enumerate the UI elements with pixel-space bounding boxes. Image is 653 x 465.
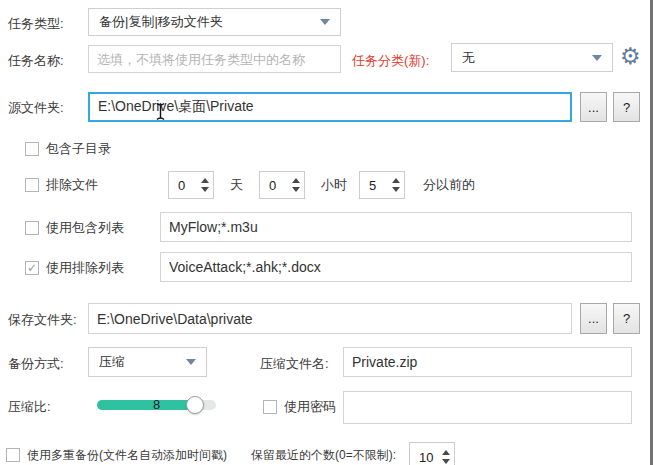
save-browse-button[interactable]: ... bbox=[580, 303, 607, 334]
exclude-list-input[interactable] bbox=[160, 252, 632, 282]
spin-down-icon[interactable] bbox=[201, 187, 209, 192]
save-help-button[interactable]: ? bbox=[613, 303, 640, 334]
minutes-unit-label: 分以前的 bbox=[423, 176, 475, 194]
chevron-down-icon bbox=[320, 19, 330, 25]
keep-count-label: 保留最近的个数(0=不限制): bbox=[251, 447, 396, 464]
password-input[interactable] bbox=[343, 391, 632, 424]
spin-down-icon[interactable] bbox=[292, 187, 300, 192]
task-category-value: 无 bbox=[462, 49, 592, 67]
multi-backup-checkbox[interactable]: ✓ bbox=[6, 448, 20, 462]
minutes-value[interactable]: 5 bbox=[360, 172, 388, 198]
source-browse-button[interactable]: ... bbox=[580, 92, 607, 122]
text-cursor-ibeam bbox=[155, 102, 166, 121]
task-type-label: 任务类型: bbox=[8, 15, 64, 33]
spin-up-icon[interactable] bbox=[201, 178, 209, 183]
compression-label: 压缩比: bbox=[8, 398, 51, 416]
include-list-checkbox[interactable]: ✓ bbox=[25, 221, 39, 235]
backup-task-form: 任务类型: 备份|复制|移动文件夹 任务名称: 任务分类(新): 无 ⚙ 源文件… bbox=[0, 0, 653, 465]
source-folder-label: 源文件夹: bbox=[8, 99, 64, 117]
include-subdirs-checkbox[interactable]: ✓ bbox=[25, 142, 39, 156]
use-password-label: 使用密码 bbox=[284, 398, 336, 416]
include-list-label: 使用包含列表 bbox=[46, 219, 124, 237]
task-category-label: 任务分类(新): bbox=[352, 52, 429, 70]
task-type-value: 备份|复制|移动文件夹 bbox=[99, 13, 320, 31]
task-name-input[interactable] bbox=[88, 45, 341, 73]
chevron-down-icon bbox=[186, 359, 196, 365]
exclude-list-label: 使用排除列表 bbox=[46, 259, 124, 277]
backup-method-label: 备份方式: bbox=[8, 355, 64, 373]
exclude-files-label: 排除文件 bbox=[46, 176, 98, 194]
backup-method-value: 压缩 bbox=[99, 353, 186, 371]
task-name-label: 任务名称: bbox=[8, 52, 64, 70]
spin-down-icon[interactable] bbox=[442, 459, 450, 464]
zip-name-label: 压缩文件名: bbox=[260, 355, 329, 373]
save-folder-label: 保存文件夹: bbox=[8, 311, 77, 329]
multi-backup-label: 使用多重备份(文件名自动添加时间戳) bbox=[27, 447, 227, 464]
days-stepper[interactable]: 0 bbox=[168, 171, 214, 199]
task-type-combo[interactable]: 备份|复制|移动文件夹 bbox=[88, 8, 341, 36]
spin-up-icon[interactable] bbox=[292, 178, 300, 183]
minutes-stepper[interactable]: 5 bbox=[359, 171, 405, 199]
hours-unit-label: 小时 bbox=[321, 176, 347, 194]
exclude-list-checkbox[interactable]: ✓ bbox=[25, 261, 39, 275]
task-category-combo[interactable]: 无 bbox=[451, 43, 613, 72]
keep-count-stepper[interactable]: 10 bbox=[409, 442, 455, 465]
backup-method-combo[interactable]: 压缩 bbox=[88, 347, 207, 377]
check-icon: ✓ bbox=[27, 262, 37, 274]
keep-count-value[interactable]: 10 bbox=[410, 443, 438, 465]
window-edge bbox=[648, 0, 653, 465]
days-value[interactable]: 0 bbox=[169, 172, 197, 198]
hours-stepper[interactable]: 0 bbox=[259, 171, 305, 199]
gear-icon[interactable]: ⚙ bbox=[620, 43, 641, 69]
zip-name-input[interactable] bbox=[343, 347, 632, 377]
slider-thumb[interactable] bbox=[186, 396, 204, 414]
use-password-checkbox[interactable]: ✓ bbox=[263, 400, 277, 414]
spin-up-icon[interactable] bbox=[392, 178, 400, 183]
spin-up-icon[interactable] bbox=[442, 450, 450, 455]
source-help-button[interactable]: ? bbox=[613, 92, 640, 122]
include-subdirs-label: 包含子目录 bbox=[46, 140, 111, 158]
spin-down-icon[interactable] bbox=[392, 187, 400, 192]
compression-slider[interactable]: 8 bbox=[97, 400, 216, 410]
hours-value[interactable]: 0 bbox=[260, 172, 288, 198]
save-folder-input[interactable] bbox=[88, 303, 572, 334]
include-list-input[interactable] bbox=[160, 212, 632, 242]
chevron-down-icon bbox=[592, 55, 602, 61]
days-unit-label: 天 bbox=[230, 176, 243, 194]
exclude-files-checkbox[interactable]: ✓ bbox=[25, 178, 39, 192]
